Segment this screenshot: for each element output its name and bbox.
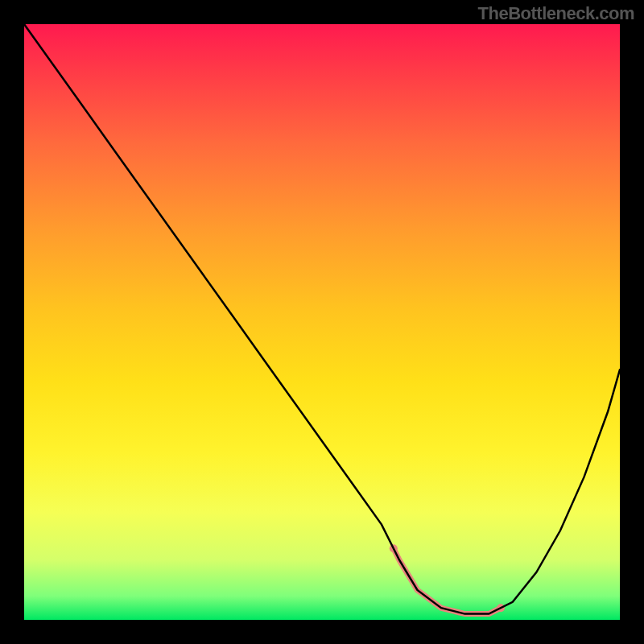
chart-frame: TheBottleneck.com (0, 0, 644, 644)
optimal-range-highlight (394, 548, 501, 613)
plot-area (24, 24, 620, 620)
bottleneck-curve (24, 24, 620, 614)
attribution-label: TheBottleneck.com (478, 3, 634, 24)
curve-layer (24, 24, 620, 620)
